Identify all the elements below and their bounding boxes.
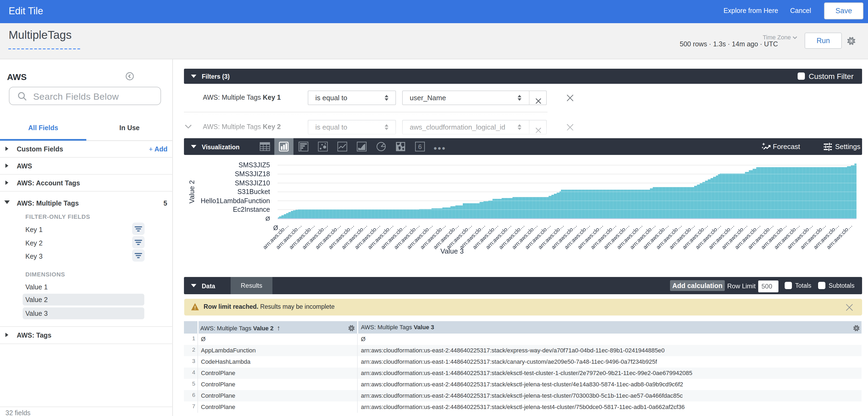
- svg-text:Value 2: Value 2: [188, 180, 196, 203]
- svg-text:arn:aws:clo…: arn:aws:clo…: [537, 222, 565, 250]
- svg-text:arn:aws:clo…: arn:aws:clo…: [471, 222, 499, 250]
- svg-text:Hello1LambdaFunction: Hello1LambdaFunction: [201, 197, 270, 205]
- svg-text:arn:aws:clo…: arn:aws:clo…: [734, 222, 762, 250]
- svg-text:arn:aws:clo…: arn:aws:clo…: [616, 222, 644, 250]
- svg-text:arn:aws:clo…: arn:aws:clo…: [379, 222, 408, 250]
- svg-text:arn:aws:clo…: arn:aws:clo…: [275, 222, 303, 250]
- svg-text:Value 3: Value 3: [440, 247, 464, 255]
- svg-text:arn:aws:clo…: arn:aws:clo…: [485, 222, 513, 250]
- svg-text:arn:aws:clo…: arn:aws:clo…: [366, 222, 394, 250]
- svg-text:SMS3JIZ18: SMS3JIZ18: [235, 170, 270, 178]
- svg-text:arn:aws:clo…: arn:aws:clo…: [419, 222, 447, 250]
- svg-text:arn:aws:clo…: arn:aws:clo…: [510, 222, 539, 250]
- svg-text:arn:aws:clo…: arn:aws:clo…: [550, 222, 578, 250]
- svg-text:arn:aws:clo…: arn:aws:clo…: [773, 222, 801, 250]
- svg-text:arn:aws:clo…: arn:aws:clo…: [301, 222, 329, 250]
- svg-text:arn:aws:clo…: arn:aws:clo…: [432, 222, 460, 250]
- svg-text:arn:aws:clo…: arn:aws:clo…: [524, 222, 552, 250]
- svg-text:arn:aws:clo…: arn:aws:clo…: [314, 222, 342, 250]
- svg-text:S31Bucket: S31Bucket: [237, 188, 270, 195]
- svg-text:arn:aws:clo…: arn:aws:clo…: [642, 222, 670, 250]
- svg-text:arn:aws:clo…: arn:aws:clo…: [288, 222, 316, 250]
- svg-text:Ø: Ø: [273, 224, 278, 232]
- svg-text:arn:aws:clo…: arn:aws:clo…: [497, 222, 525, 250]
- svg-text:Ø: Ø: [266, 215, 270, 222]
- svg-text:arn:aws:clo…: arn:aws:clo…: [694, 222, 722, 250]
- svg-text:6: 6: [418, 143, 422, 150]
- svg-text:Ec2Instance: Ec2Instance: [233, 206, 270, 213]
- svg-text:arn:aws:clo…: arn:aws:clo…: [655, 222, 683, 250]
- svg-text:arn:aws:clo…: arn:aws:clo…: [563, 222, 591, 250]
- svg-text:arn:aws:clo…: arn:aws:clo…: [747, 222, 775, 250]
- svg-text:arn:aws:clo…: arn:aws:clo…: [668, 222, 696, 250]
- svg-text:arn:aws:clo…: arn:aws:clo…: [825, 222, 853, 250]
- svg-text:arn:aws:clo…: arn:aws:clo…: [799, 222, 827, 250]
- svg-text:arn:aws:clo…: arn:aws:clo…: [681, 222, 709, 250]
- svg-text:arn:aws:clo…: arn:aws:clo…: [720, 222, 748, 250]
- svg-text:arn:aws:clo…: arn:aws:clo…: [589, 222, 617, 250]
- svg-text:arn:aws:clo…: arn:aws:clo…: [458, 222, 486, 250]
- svg-text:arn:aws:clo…: arn:aws:clo…: [353, 222, 381, 250]
- svg-text:arn:aws:clo…: arn:aws:clo…: [786, 222, 814, 250]
- svg-text:arn:aws:clo…: arn:aws:clo…: [576, 222, 604, 250]
- svg-text:SMS3JIZ10: SMS3JIZ10: [235, 179, 270, 187]
- svg-text:arn:aws:clo…: arn:aws:clo…: [406, 222, 434, 250]
- svg-text:arn:aws:clo…: arn:aws:clo…: [707, 222, 735, 250]
- svg-text:arn:aws:clo…: arn:aws:clo…: [445, 222, 473, 250]
- svg-text:arn:aws:clo…: arn:aws:clo…: [628, 222, 656, 250]
- svg-text:arn:aws:clo…: arn:aws:clo…: [812, 222, 840, 250]
- svg-text:arn:aws:clo…: arn:aws:clo…: [760, 222, 787, 250]
- svg-text:arn:aws:clo…: arn:aws:clo…: [602, 222, 630, 250]
- svg-text:arn:aws:clo…: arn:aws:clo…: [340, 222, 368, 250]
- svg-text:arn:aws:clo…: arn:aws:clo…: [393, 222, 421, 250]
- svg-text:arn:aws:clo…: arn:aws:clo…: [327, 222, 355, 250]
- svg-text:arn:aws:clo…: arn:aws:clo…: [261, 222, 290, 250]
- svg-text:SMS3JIZ5: SMS3JIZ5: [239, 161, 270, 169]
